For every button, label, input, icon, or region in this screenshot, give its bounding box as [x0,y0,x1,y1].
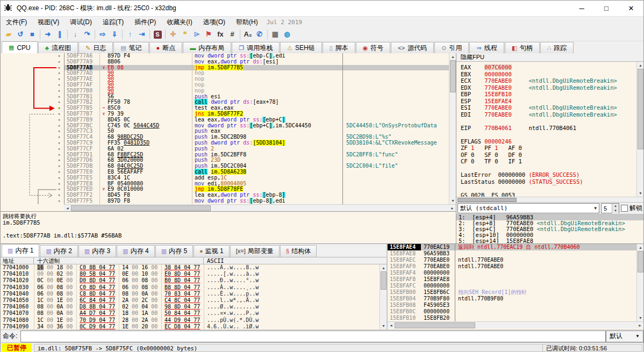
scroll-up-icon[interactable]: ▲ [380,264,387,271]
register-line[interactable]: EBX 00000000 [461,71,636,78]
tab-内存 4[interactable]: ▥内存 4 [117,245,154,257]
scrollbar-thumb[interactable] [450,60,456,92]
register-line[interactable]: EDI 770EABE0 <ntdll.DbgUiRemoteBreakin> [461,111,636,118]
memory-row[interactable]: 7704109034 00 36 000C D9 04 771E 00 20 0… [1,324,380,329]
stack-row[interactable]: 15E8FB0015E8FB6C指向SEH_Record[1]的指针 [388,289,636,296]
disasm-row[interactable]: ●5D8F77F5897D F8mov dword ptr ss:[ebp-8]… [1,198,449,204]
tab-trace[interactable]: ∴跟踪 [540,42,574,53]
instruction-dot-icon[interactable]: ● [1,146,64,152]
instruction-dot-icon[interactable]: ● [1,99,64,105]
instruction-dot-icon[interactable]: ● [1,65,64,71]
strings-icon[interactable]: A₂ [242,28,254,40]
argument-row[interactable]: 5: [esp+14] 15E8FAE8 [456,238,643,243]
instruction-dot-icon[interactable]: ● [1,134,64,140]
calling-convention-select[interactable]: 默认 (stdcall) ▼ [457,203,599,213]
disasm-vertical-scrollbar[interactable]: ▲ ▼ [449,53,456,204]
tab-notes[interactable]: ▤笔记 [113,42,148,53]
instruction-dot-icon[interactable]: ● [1,186,64,192]
memory-vertical-scrollbar[interactable]: ▲ ▼ [380,264,387,329]
registers-vertical-scrollbar[interactable]: ▲ ▼ [636,62,643,197]
hash-icon[interactable]: # [226,28,238,40]
menu-item[interactable]: 追踪(T) [97,17,129,27]
instruction-dot-icon[interactable]: ● [1,59,64,65]
stack-row[interactable]: 15E8FB04770B9F80ntdll.770B9F80 [388,296,636,302]
step-into-icon[interactable]: ↓ [69,28,81,40]
stack-vertical-scrollbar[interactable]: ▲ ▼ [636,244,643,321]
memory-row[interactable]: 770410200C 00 0E 00D0 8D 04 7706 00 08 0… [1,277,380,284]
tab-breakpoints[interactable]: ●断点 [149,42,183,53]
stack-row[interactable]: 15E8FAF400000000 [388,270,636,276]
bookmarks-icon[interactable]: ⚑ [203,28,214,40]
register-line[interactable]: GS 002B FS 0053 [461,192,636,197]
registers-horizontal-scrollbar[interactable] [456,197,643,202]
run-to-user-code-icon[interactable]: ↑ [124,28,136,40]
memory-row[interactable]: 7704106008 00 0A 00D8 8B 04 7702 00 04 0… [1,304,380,310]
patches-icon[interactable]: ✚ [167,28,179,40]
tab-script[interactable]: ▯脚本 [323,42,355,53]
register-line[interactable]: EIP 770B4061 ntdll.770B4061 [461,125,636,132]
trace-record-icon[interactable]: S [152,28,163,40]
instruction-dot-icon[interactable]: ● [1,123,64,129]
tab-log[interactable]: ✎日志 [78,42,113,53]
calculator-icon[interactable]: ▦ [269,28,281,40]
menu-item[interactable]: 选项(O) [198,17,231,27]
pause-icon[interactable]: ∥ [54,28,66,40]
command-scope-select[interactable]: 默认 ▼ [606,331,643,342]
tab-内存 1[interactable]: ▥内存 1 [2,244,39,257]
register-line[interactable]: OF 0 SF 0 DF 0 [461,152,636,159]
scrollbar-thumb[interactable] [395,322,475,328]
scroll-down-icon[interactable]: ▼ [637,190,643,197]
disasm-row[interactable]: ●5D8F77A98B06mov eax,dword ptr ds:[esi] [1,59,449,65]
scroll-down-icon[interactable]: ▼ [637,314,644,321]
tab-结构体[interactable]: §结构体 [280,245,317,257]
instruction-dot-icon[interactable]: ● [1,111,64,117]
instruction-dot-icon[interactable]: ● [1,169,64,175]
register-line[interactable] [461,118,636,125]
scrollbar-thumb[interactable] [457,198,517,202]
tab-监视 1[interactable]: ●监视 1 [194,245,230,257]
register-line[interactable]: LastError 00000000 (ERROR_SUCCESS) [461,171,636,178]
disasm-horizontal-scrollbar[interactable]: ◄ ► [64,204,456,211]
memory-row[interactable]: 7704104006 00 08 00C8 8D 04 7708 00 0A 0… [1,291,380,297]
scroll-down-icon[interactable]: ▼ [449,197,456,204]
register-line[interactable]: ESP 15E8FAE4 [461,98,636,105]
stack-row[interactable]: 15E8FB08F45905E3 [388,302,636,308]
scroll-down-icon[interactable]: ▼ [380,322,387,329]
stack-row[interactable]: 15E8FAFC00000000 [388,283,636,289]
breakpoint-dot-icon[interactable]: ● [1,105,64,111]
tab-symbols[interactable]: ◉符号 [356,42,391,53]
open-file-icon[interactable]: ▰ [3,28,15,40]
stack-row[interactable]: 15E8FAE896A59BB3 [388,250,636,257]
register-line[interactable]: ESI 770EABE0 <ntdll.DbgUiRemoteBreakin> [461,104,636,111]
tab-handles[interactable]: ◧句柄 [505,42,540,53]
instruction-dot-icon[interactable]: ● [1,76,64,82]
instruction-dot-icon[interactable]: ● [1,94,64,100]
step-icon[interactable]: ⇓ [109,28,120,40]
tab-threads[interactable]: ⇒线程 [469,42,504,53]
instruction-dot-icon[interactable]: ● [1,198,64,204]
register-line[interactable]: EDX 770EABE0 <ntdll.DbgUiRemoteBreakin> [461,84,636,91]
restart-icon[interactable]: ↺ [15,28,26,40]
stack-row[interactable]: 15E8FAE4770EAC19返回到 ntdll.770EAC19 自 ntd… [388,244,636,250]
scrollbar-thumb[interactable] [381,271,387,290]
disasm-row[interactable]: ●5D8F77B090nop [1,88,449,94]
menu-item[interactable]: 收藏夹(I) [161,17,197,27]
menu-item[interactable]: 帮助(H) [231,17,263,27]
scroll-left-icon[interactable]: ◄ [388,322,395,329]
tab-内存 5[interactable]: ▥内存 5 [155,245,193,257]
instruction-dot-icon[interactable]: ● [1,163,64,169]
tab-内存 2[interactable]: ▥内存 2 [40,245,77,257]
menu-item[interactable]: 文件(F) [1,17,32,27]
memory-row[interactable]: 7704100016 00 18 00C0 8B 04 7714 00 16 0… [1,264,380,271]
instruction-dot-icon[interactable]: ● [1,70,64,76]
stack-row[interactable]: 15E8FB1015E8FB20 [388,315,636,321]
register-line[interactable] [461,165,636,172]
instruction-dot-icon[interactable]: ● [1,128,64,134]
tab-graph[interactable]: ♣流程图 [38,42,78,53]
argument-count-stepper[interactable]: 5 ▲▼ [601,203,619,213]
tab-memory-map[interactable]: ▬内存布局 [183,42,231,53]
memory-row[interactable]: 7704103006 00 08 00C0 8D 04 7706 00 08 0… [1,284,380,291]
memory-row[interactable]: 770410501C 00 1E 006C 84 04 772A 00 2C 0… [1,297,380,304]
run-icon[interactable]: ➜ [42,28,54,40]
scroll-up-icon[interactable]: ▲ [637,244,644,251]
